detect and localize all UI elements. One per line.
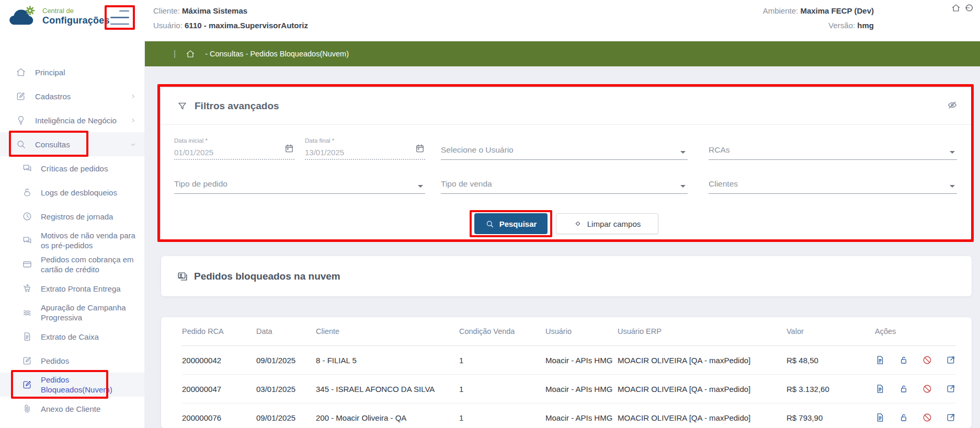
cell-usuario: Moacir - APIs HMG <box>545 385 618 394</box>
row-actions <box>875 412 956 423</box>
sidebar-item-label: Motivos de não venda para os pré-pedidos <box>41 230 137 250</box>
column-header: Data <box>256 327 316 336</box>
cliente-value: Máxima Sistemas <box>182 6 247 15</box>
document-icon <box>22 331 32 342</box>
column-header: Usuário <box>545 327 618 336</box>
sidebar-item-principal[interactable]: Principal <box>0 60 144 84</box>
rcas-select[interactable]: RCAs <box>709 137 957 160</box>
table-title: Pedidos bloqueados na nuvem <box>194 271 340 282</box>
calendar-icon[interactable] <box>284 143 294 154</box>
cell-pedido-rca: 200000076 <box>182 413 256 422</box>
search-icon <box>16 139 26 149</box>
sidebar-item-pedidos-bloqueados-nuvem[interactable]: Pedidos Bloqueados(Nuvem) <box>0 373 144 397</box>
eye-slash-icon[interactable] <box>947 99 958 111</box>
cell-condicao-venda: 1 <box>459 385 545 394</box>
cell-valor: R$ 48,50 <box>787 356 875 365</box>
clientes-select[interactable]: Clientes <box>709 176 957 194</box>
breadcrumb-bar: | - Consultas - Pedidos Bloqueados(Nuvem… <box>145 41 980 66</box>
block-icon[interactable] <box>922 384 932 394</box>
unlock-icon <box>22 187 32 198</box>
app-logo: Central de Configurações <box>8 6 110 28</box>
usuario-label: Usuário: <box>153 21 183 30</box>
sidebar-item-label: Pedidos Bloqueados(Nuvem) <box>41 375 137 395</box>
column-header: Cliente <box>316 327 459 336</box>
sidebar-item-label: Principal <box>35 67 137 77</box>
column-header: Valor <box>787 327 875 336</box>
home-icon[interactable] <box>186 49 195 59</box>
sidebar-item-inteligencia-de-negocio[interactable]: Inteligência de Negócio <box>0 108 144 132</box>
share-icon[interactable] <box>945 355 956 365</box>
document-icon[interactable] <box>875 384 885 394</box>
breadcrumb: - Consultas - Pedidos Bloqueados(Nuvem) <box>205 50 349 58</box>
cell-pedido-rca: 200000042 <box>182 356 256 365</box>
sidebar-item-anexo-de-cliente[interactable]: Anexo de Cliente <box>0 397 144 421</box>
calendar-icon[interactable] <box>415 143 425 154</box>
tipo-venda-select[interactable]: Tipo de venda <box>441 176 688 194</box>
lock-icon[interactable] <box>898 384 909 394</box>
data-inicial-value: 01/01/2025 <box>174 148 294 157</box>
edit-icon <box>16 91 26 101</box>
logo-line2: Configurações <box>42 15 110 26</box>
diamond-icon <box>574 219 582 228</box>
table-row: 20000007609/01/2025200 - Moacir Oliveira… <box>182 403 956 428</box>
cell-usuario-erp: MOACIR OLIVEIRA [QA - maxPedido] <box>618 413 787 422</box>
share-icon[interactable] <box>945 412 956 423</box>
tipo-pedido-placeholder: Tipo de pedido <box>174 179 227 189</box>
home-icon[interactable] <box>951 3 961 13</box>
header-env-info: Ambiente: Maxima FECP (Dev) Versão: hmg <box>763 7 874 36</box>
sidebar-item-label: Extrato de Caixa <box>41 332 137 342</box>
sidebar-item-apuracao-de-campanha[interactable]: Apuração de Campanha Progressiva <box>0 300 144 325</box>
versao-value: hmg <box>857 21 874 30</box>
block-icon[interactable] <box>922 355 932 365</box>
sidebar-item-pedidos[interactable]: Pedidos <box>0 349 144 373</box>
logout-icon[interactable] <box>964 3 974 13</box>
versao-label: Versão: <box>828 21 855 30</box>
ambiente-label: Ambiente: <box>763 6 799 15</box>
chevron-down-icon <box>950 151 955 154</box>
sidebar-item-label: Críticas de pedidos <box>41 164 137 173</box>
table-row: 20000004209/01/20258 - FILIAL 51Moacir -… <box>182 346 956 375</box>
menu-button[interactable] <box>110 10 129 25</box>
cell-usuario: Moacir - APIs HMG <box>545 413 618 422</box>
waves-icon <box>22 307 32 318</box>
data-final-field[interactable]: Data final * 13/01/2025 <box>305 137 425 160</box>
document-icon[interactable] <box>875 412 885 423</box>
ambiente-value: Maxima FECP (Dev) <box>800 6 874 15</box>
cell-valor: R$ 793,90 <box>787 413 875 422</box>
limpar-campos-button[interactable]: Limpar campos <box>556 213 658 234</box>
table-title-card: Pedidos bloqueados na nuvem <box>161 256 972 296</box>
sidebar-item-label: Cadastros <box>35 91 120 101</box>
lock-icon[interactable] <box>898 355 909 365</box>
tipo-pedido-select[interactable]: Tipo de pedido <box>174 176 425 194</box>
sidebar-item-registros-de-jornada[interactable]: Registros de jornada <box>0 204 144 228</box>
sidebar-item-extrato-pronta-entrega[interactable]: Extrato Pronta Entrega <box>0 276 144 300</box>
data-inicial-field[interactable]: Data inicial * 01/01/2025 <box>174 137 294 160</box>
pesquisar-button[interactable]: Pesquisar <box>474 213 548 234</box>
cell-cliente: 8 - FILIAL 5 <box>316 356 459 365</box>
block-icon[interactable] <box>922 412 932 423</box>
sidebar-item-motivos-de-nao-venda[interactable]: Motivos de não venda para os pré-pedidos <box>0 228 144 252</box>
table-header-row: Pedido RCADataClienteCondição VendaUsuár… <box>182 317 956 346</box>
usuario-select[interactable]: Selecione o Usuário <box>441 137 688 160</box>
sidebar-item-extrato-de-caixa[interactable]: Extrato de Caixa <box>0 325 144 349</box>
sidebar-item-cadastros[interactable]: Cadastros <box>0 84 144 108</box>
column-header: Pedido RCA <box>182 327 256 336</box>
cell-data: 03/01/2025 <box>256 385 316 394</box>
usuario-value: 6110 - maxima.SupervisorAutoriz <box>185 21 308 30</box>
sidebar-item-pedidos-com-cobranca[interactable]: Pedidos com cobrança em cartão de crédit… <box>0 252 144 276</box>
top-header: Central de Configurações Cliente: Máxima… <box>0 0 980 41</box>
cloud-gear-logo-icon <box>8 6 37 28</box>
share-icon[interactable] <box>945 384 956 394</box>
chevron-down-icon <box>950 185 955 188</box>
cell-usuario-erp: MOACIR OLIVEIRA [QA - maxPedido] <box>618 385 787 394</box>
document-icon[interactable] <box>875 355 885 365</box>
sidebar-item-consultas[interactable]: Consultas <box>0 132 144 156</box>
sidebar-item-criticas-de-pedidos[interactable]: Críticas de pedidos <box>0 156 144 180</box>
sidebar-item-logs-de-desbloqueios[interactable]: Logs de desbloqueios <box>0 180 144 204</box>
lock-icon[interactable] <box>898 412 909 423</box>
logo-line1: Central de <box>42 7 110 15</box>
cell-condicao-venda: 1 <box>459 356 545 365</box>
cell-data: 09/01/2025 <box>256 356 316 365</box>
sidebar-item-label: Pedidos <box>41 356 137 366</box>
chevron-down-icon <box>680 185 686 188</box>
